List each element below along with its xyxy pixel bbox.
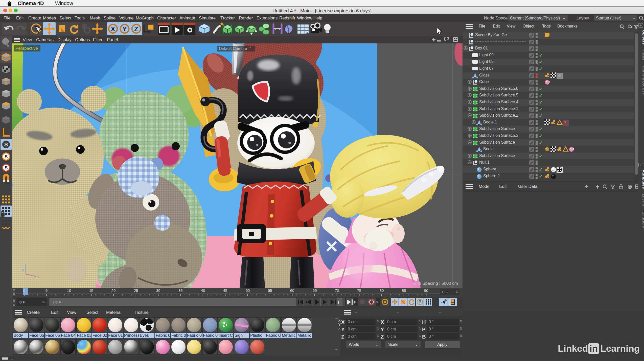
svg-text:Y: Y [122, 25, 127, 33]
svg-text:Layers: Layers [642, 194, 644, 206]
svg-text:Attributes: Attributes [642, 170, 644, 189]
svg-text:Default Camera :°: Default Camera :° [219, 46, 251, 51]
svg-text:P: P [419, 300, 421, 304]
svg-text:S: S [5, 154, 8, 159]
svg-text:Perspective: Perspective [15, 46, 38, 51]
svg-text:Content Browser: Content Browser [642, 66, 644, 96]
svg-text:Objects: Objects [642, 30, 644, 45]
svg-text:X: X [111, 25, 115, 33]
svg-text:S: S [4, 141, 8, 148]
svg-text:...: ... [437, 38, 441, 42]
svg-text:Grid Spacing : 5000 cm: Grid Spacing : 5000 cm [413, 281, 458, 286]
svg-text:Takes: Takes [642, 49, 644, 60]
svg-text:z: z [22, 267, 24, 271]
svg-text:Z: Z [134, 25, 138, 33]
svg-text:Structure: Structure [642, 212, 644, 228]
svg-text:S: S [5, 165, 8, 170]
svg-text:x: x [37, 275, 39, 279]
